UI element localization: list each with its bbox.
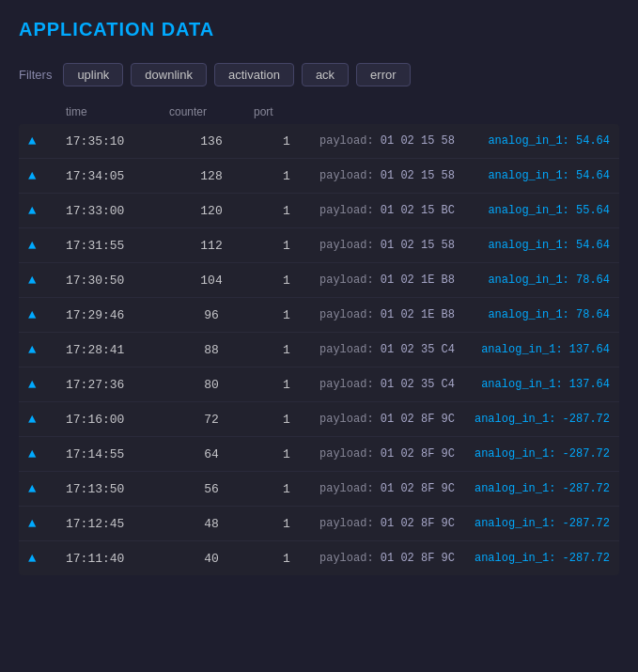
- payload-hex: 01 02 15 58: [381, 134, 455, 148]
- payload-label: payload:: [319, 308, 381, 321]
- time-cell: 17:34:05: [66, 169, 169, 183]
- analog-cell: analog_in_1: -287.72: [459, 447, 610, 461]
- uplink-arrow-icon: ▲: [28, 342, 66, 357]
- page-title: APPLICATION DATA: [19, 19, 619, 40]
- time-cell: 17:30:50: [66, 273, 169, 288]
- filter-ack-button[interactable]: ack: [302, 63, 349, 86]
- table-header: time counter port: [19, 102, 619, 122]
- analog-cell: analog_in_1: -287.72: [459, 482, 610, 495]
- port-cell: 1: [254, 482, 319, 496]
- table-row[interactable]: ▲ 17:30:50 104 1 payload: 01 02 1E B8 an…: [19, 263, 619, 298]
- port-cell: 1: [254, 239, 319, 253]
- payload-cell: payload: 01 02 15 58: [319, 134, 459, 148]
- table-row[interactable]: ▲ 17:29:46 96 1 payload: 01 02 1E B8 ana…: [19, 298, 619, 333]
- uplink-arrow-icon: ▲: [28, 238, 66, 253]
- payload-label: payload:: [319, 273, 381, 287]
- counter-cell: 96: [169, 308, 254, 322]
- time-cell: 17:11:40: [66, 552, 169, 566]
- payload-hex: 01 02 8F 9C: [381, 413, 455, 426]
- counter-cell: 136: [169, 134, 254, 148]
- uplink-arrow-icon: ▲: [28, 412, 66, 427]
- payload-cell: payload: 01 02 35 C4: [319, 378, 459, 391]
- port-cell: 1: [254, 343, 319, 357]
- port-cell: 1: [254, 134, 319, 148]
- payload-hex: 01 02 8F 9C: [381, 517, 455, 530]
- payload-label: payload:: [319, 447, 381, 461]
- time-cell: 17:31:55: [66, 239, 169, 253]
- payload-label: payload:: [319, 134, 381, 148]
- time-cell: 17:35:10: [66, 134, 169, 148]
- filter-activation-button[interactable]: activation: [214, 63, 294, 86]
- payload-label: payload:: [319, 239, 381, 252]
- table-row[interactable]: ▲ 17:35:10 136 1 payload: 01 02 15 58 an…: [19, 124, 619, 159]
- filters-label: Filters: [19, 68, 52, 82]
- col-arrow: [28, 105, 66, 118]
- time-cell: 17:28:41: [66, 343, 169, 357]
- uplink-arrow-icon: ▲: [28, 516, 66, 531]
- payload-cell: payload: 01 02 1E B8: [319, 308, 459, 321]
- time-cell: 17:27:36: [66, 378, 169, 392]
- col-analog: [459, 105, 610, 118]
- payload-cell: payload: 01 02 8F 9C: [319, 517, 459, 530]
- table-row[interactable]: ▲ 17:33:00 120 1 payload: 01 02 15 BC an…: [19, 194, 619, 228]
- uplink-arrow-icon: ▲: [28, 307, 66, 322]
- payload-hex: 01 02 1E B8: [381, 308, 455, 321]
- payload-hex: 01 02 15 58: [381, 239, 455, 252]
- filter-error-button[interactable]: error: [356, 63, 410, 86]
- payload-hex: 01 02 15 BC: [381, 204, 455, 217]
- port-cell: 1: [254, 447, 319, 461]
- table-row[interactable]: ▲ 17:13:50 56 1 payload: 01 02 8F 9C ana…: [19, 472, 619, 507]
- port-cell: 1: [254, 308, 319, 322]
- payload-hex: 01 02 15 58: [381, 169, 455, 182]
- analog-cell: analog_in_1: 78.64: [459, 308, 610, 321]
- time-cell: 17:12:45: [66, 517, 169, 531]
- analog-cell: analog_in_1: -287.72: [459, 413, 610, 426]
- col-counter: counter: [169, 105, 254, 118]
- payload-cell: payload: 01 02 35 C4: [319, 343, 459, 356]
- uplink-arrow-icon: ▲: [28, 203, 66, 218]
- table-row[interactable]: ▲ 17:14:55 64 1 payload: 01 02 8F 9C ana…: [19, 437, 619, 472]
- payload-label: payload:: [319, 517, 381, 530]
- counter-cell: 128: [169, 169, 254, 183]
- app-container: APPLICATION DATA Filters uplink downlink…: [0, 0, 638, 672]
- filter-downlink-button[interactable]: downlink: [131, 63, 207, 86]
- filter-uplink-button[interactable]: uplink: [63, 63, 123, 86]
- payload-hex: 01 02 8F 9C: [381, 447, 455, 461]
- payload-hex: 01 02 8F 9C: [381, 552, 455, 565]
- payload-label: payload:: [319, 343, 381, 356]
- payload-label: payload:: [319, 482, 381, 495]
- counter-cell: 48: [169, 517, 254, 531]
- payload-cell: payload: 01 02 8F 9C: [319, 413, 459, 426]
- table-row[interactable]: ▲ 17:28:41 88 1 payload: 01 02 35 C4 ana…: [19, 333, 619, 367]
- analog-cell: analog_in_1: 54.64: [459, 169, 610, 182]
- analog-cell: analog_in_1: -287.72: [459, 552, 610, 565]
- analog-cell: analog_in_1: 137.64: [459, 343, 610, 356]
- counter-cell: 88: [169, 343, 254, 357]
- table-row[interactable]: ▲ 17:16:00 72 1 payload: 01 02 8F 9C ana…: [19, 402, 619, 437]
- payload-hex: 01 02 35 C4: [381, 378, 455, 391]
- time-cell: 17:13:50: [66, 482, 169, 496]
- analog-cell: analog_in_1: 54.64: [459, 239, 610, 252]
- uplink-arrow-icon: ▲: [28, 481, 66, 496]
- payload-label: payload:: [319, 169, 381, 182]
- counter-cell: 64: [169, 447, 254, 461]
- uplink-arrow-icon: ▲: [28, 377, 66, 392]
- filters-row: Filters uplink downlink activation ack e…: [19, 63, 619, 86]
- col-payload: [319, 105, 459, 118]
- table-row[interactable]: ▲ 17:34:05 128 1 payload: 01 02 15 58 an…: [19, 159, 619, 194]
- uplink-arrow-icon: ▲: [28, 551, 66, 566]
- table-row[interactable]: ▲ 17:27:36 80 1 payload: 01 02 35 C4 ana…: [19, 367, 619, 402]
- payload-label: payload:: [319, 413, 381, 426]
- port-cell: 1: [254, 273, 319, 288]
- payload-hex: 01 02 1E B8: [381, 273, 455, 287]
- counter-cell: 112: [169, 239, 254, 253]
- payload-hex: 01 02 35 C4: [381, 343, 455, 356]
- uplink-arrow-icon: ▲: [28, 446, 66, 461]
- table-row[interactable]: ▲ 17:11:40 40 1 payload: 01 02 8F 9C ana…: [19, 541, 619, 575]
- time-cell: 17:29:46: [66, 308, 169, 322]
- table-row[interactable]: ▲ 17:31:55 112 1 payload: 01 02 15 58 an…: [19, 228, 619, 263]
- table-row[interactable]: ▲ 17:12:45 48 1 payload: 01 02 8F 9C ana…: [19, 507, 619, 541]
- port-cell: 1: [254, 378, 319, 392]
- payload-cell: payload: 01 02 1E B8: [319, 273, 459, 287]
- analog-cell: analog_in_1: -287.72: [459, 517, 610, 530]
